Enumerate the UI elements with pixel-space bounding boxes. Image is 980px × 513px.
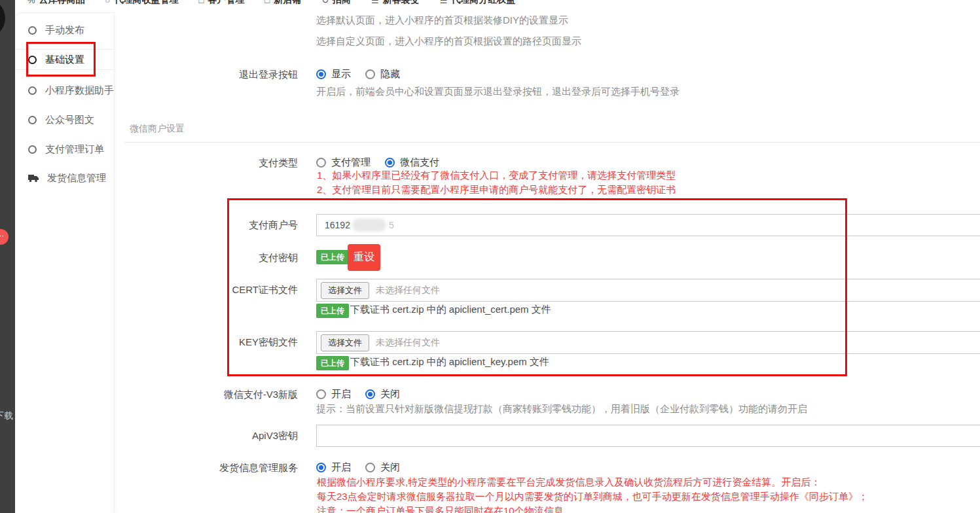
sidebar-item-manual-publish[interactable]: 手动发布 [15,20,115,41]
cert-file-input[interactable]: 选择文件 未选择任何文件 [316,279,980,302]
pay-secret-label: 支付密钥 [183,252,298,263]
radio-unselected-icon [316,158,326,168]
settings-sidebar: 手动发布 基础设置 小程序数据助手 公众号图文 支付管理订单 发货信息管理 [15,12,115,513]
sidebar-item-official-articles[interactable]: 公众号图文 [15,109,115,130]
radio-logout-show[interactable]: 显示 [316,68,351,80]
merchant-id-value: 16192 [325,220,350,230]
key-no-file-text: 未选择任何文件 [376,337,440,349]
circle-icon [28,56,37,64]
circle-icon [28,86,37,95]
radio-selected-icon [316,69,326,79]
menu-item-agent-earnings[interactable]: ○代理商收益管理 [105,0,179,6]
radio-v3-on[interactable]: 开启 [316,388,351,400]
v3-radio-group: 开启 关闭 [316,388,400,400]
cert-uploaded-badge: 已上传 [316,304,349,318]
notification-badge[interactable]: ⋯ [0,229,9,245]
radio-unselected-icon [365,463,375,472]
cert-choose-file-button[interactable]: 选择文件 [321,282,369,299]
pay-type-warning-1: 1、如果小程序里已经没有了微信支付入口，变成了支付管理，请选择支付管理类型 [317,169,676,181]
menu-item-investment[interactable]: ↻招商 [321,0,351,6]
truck-icon [28,174,39,183]
redaction-blur [352,219,386,232]
radio-selected-icon [365,389,375,399]
logout-help-text: 开启后，前端会员中心和设置页面显示退出登录按钮，退出登录后可选择手机号登录 [316,86,680,97]
key-uploaded-badge: 已上传 [316,356,349,370]
menu-item-fission[interactable]: ☰新客裂变 [371,0,420,6]
v3-label: 微信支付-V3新版 [183,389,298,400]
sidebar-item-miniprogram-data[interactable]: 小程序数据助手 [15,80,115,101]
key-file-input[interactable]: 选择文件 未选择任何文件 [316,331,980,354]
circle-icon: ○ [105,0,111,5]
card-icon: □ [198,0,204,5]
menu-item-cloud-stock[interactable]: %云库存商品 [27,0,85,6]
radio-shipping-off[interactable]: 关闭 [365,461,400,474]
circle-icon [28,26,37,35]
sidebar-item-basic-settings[interactable]: 基础设置 [15,49,115,70]
sidebar-item-payment-orders[interactable]: 支付管理订单 [15,139,115,160]
radio-shipping-on[interactable]: 开启 [316,461,351,474]
radio-v3-off[interactable]: 关闭 [365,388,400,400]
radio-pay-management[interactable]: 支付管理 [316,156,371,169]
left-dark-rail: ⋯ 下载 [0,0,15,513]
pay-type-radio-group: 支付管理 微信支付 [316,156,439,169]
circle-icon [28,145,37,154]
sidebar-item-shipping-info[interactable]: 发货信息管理 [15,168,115,188]
cert-file-note: 下载证书 cert.zip 中的 apiclient_cert.pem 文件 [350,304,551,316]
top-menu-bar: %云库存商品 ○代理商收益管理 □客户管理 □新店铺 ↻招商 ☰新客裂变 ☰代理… [27,0,515,6]
intro-custom-page-text: 选择自定义页面，进入小程序的首页根据设置的路径页面显示 [316,35,581,46]
radio-logout-hide[interactable]: 隐藏 [365,68,400,80]
circle-icon [28,116,37,124]
shipping-note-2: 每天23点会定时请求微信服务器拉取一个月以内需要发货的订单到商城，也可手动更新在… [317,491,868,502]
section-title-wechat-merchant: 微信商户设置 [130,123,185,135]
shipping-note-1: 根据微信小程序要求,特定类型的小程序需要在平台完成发货信息录入及确认收货流程后方… [317,476,820,487]
radio-unselected-icon [365,69,375,79]
list-icon: ☰ [371,0,379,5]
merchant-id-suffix: 5 [389,220,394,230]
merchant-id-label: 支付商户号 [183,219,298,230]
shipping-service-label: 发货信息管理服务 [183,462,298,473]
shipping-note-3: 注意：一个商户订单号下最多只能同时存在10个物流信息 [317,505,564,513]
intro-default-page-text: 选择默认页面，进入小程序的首页根据装修DIY的设置显示 [316,14,568,26]
cert-file-label: CERT证书文件 [183,284,298,295]
radio-selected-icon [316,463,326,472]
apiv3-input[interactable] [316,425,980,447]
shipping-radio-group: 开启 关闭 [316,461,400,474]
link-icon: % [27,0,35,5]
pay-secret-uploaded-badge: 已上传 [316,250,349,264]
radio-wechat-pay[interactable]: 微信支付 [385,156,439,169]
radio-selected-icon [385,158,395,168]
merchant-id-input[interactable]: 16192 5 [316,214,980,236]
logout-radio-group: 显示 隐藏 [316,68,400,80]
list-icon: ☰ [440,0,448,5]
radio-unselected-icon [316,389,326,399]
pay-type-label: 支付类型 [183,157,298,168]
download-label[interactable]: 下载 [0,410,13,422]
reset-secret-button[interactable]: 重设 [348,244,380,271]
section-divider [124,142,980,143]
key-file-label: KEY密钥文件 [183,336,298,347]
apiv3-label: ApiV3密钥 [183,430,298,441]
key-file-note: 下载证书 cert.zip 中的 apiclient_key.pem 文件 [350,356,549,368]
card-icon: □ [264,0,270,5]
v3-help-text: 提示：当前设置只针对新版微信提现打款（商家转账到零钱功能），用着旧版（企业付款到… [316,403,807,414]
admin-settings-page: ⋯ 下载 %云库存商品 ○代理商收益管理 □客户管理 □新店铺 ↻招商 ☰新客裂… [0,0,980,513]
refresh-icon: ↻ [321,0,329,5]
cert-no-file-text: 未选择任何文件 [376,285,440,296]
menu-item-new-shop[interactable]: □新店铺 [264,0,301,6]
menu-item-agent-dividend[interactable]: ☰代理商分红权益 [440,0,516,6]
pay-type-warning-2: 2、支付管理目前只需要配置小程序里申请的商户号就能支付了，无需配置密钥证书 [317,184,676,195]
logout-button-label: 退出登录按钮 [183,69,298,80]
app-logo-avatar[interactable] [0,0,5,38]
key-choose-file-button[interactable]: 选择文件 [321,334,369,351]
menu-item-customers[interactable]: □客户管理 [198,0,244,6]
